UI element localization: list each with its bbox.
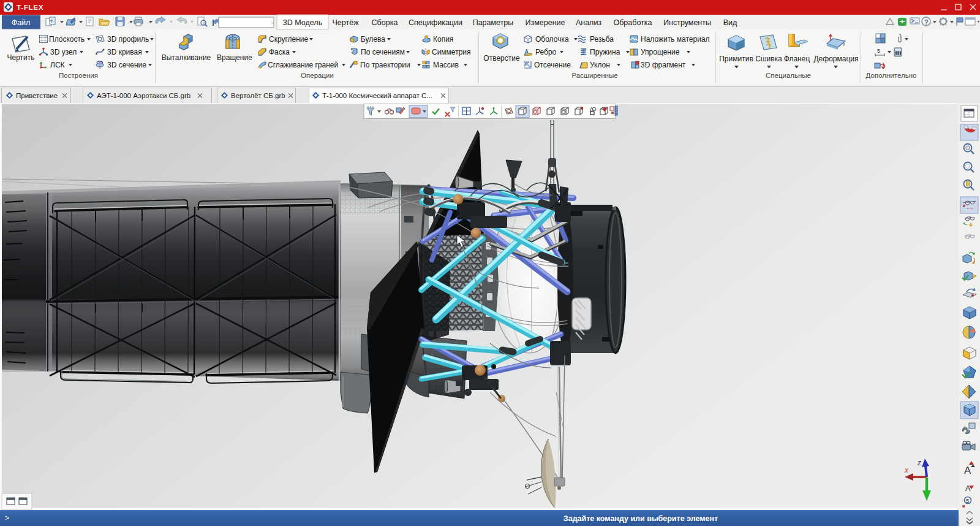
svg-text:A: A — [965, 484, 971, 493]
svg-text:Упрощение: Упрощение — [641, 48, 680, 56]
svg-text:Отверстие: Отверстие — [483, 54, 520, 63]
svg-text:Вид: Вид — [723, 18, 737, 27]
svg-text:x: x — [904, 466, 909, 475]
svg-text:Оболочка: Оболочка — [535, 35, 569, 44]
svg-text:Сшивка: Сшивка — [755, 55, 782, 63]
svg-text:Анализ: Анализ — [576, 18, 601, 27]
svg-text:Ребро: Ребро — [535, 48, 557, 56]
svg-text:Инструменты: Инструменты — [663, 18, 711, 27]
svg-text:Вертолёт СБ.grb: Вертолёт СБ.grb — [231, 92, 285, 99]
svg-text:Обработка: Обработка — [613, 18, 652, 27]
svg-text:>: > — [5, 514, 9, 522]
svg-text:По траектории: По траектории — [360, 61, 410, 69]
svg-text:3D узел: 3D узел — [50, 48, 77, 56]
svg-text:Массив: Массив — [433, 61, 459, 69]
svg-text:Измерение: Измерение — [525, 18, 565, 27]
svg-text:Дополнительно: Дополнительно — [866, 72, 917, 79]
svg-text:5: 5 — [877, 48, 880, 54]
svg-text:Вращение: Вращение — [217, 53, 252, 62]
svg-text:Фаска: Фаска — [269, 48, 290, 56]
svg-text:3D кривая: 3D кривая — [107, 48, 142, 56]
svg-text:По сечениям: По сечениям — [361, 48, 405, 56]
svg-text:Выталкивание: Выталкивание — [162, 53, 211, 62]
svg-text:3D профиль: 3D профиль — [107, 35, 149, 44]
svg-text:Параметры: Параметры — [473, 18, 514, 27]
svg-text:Отсечение: Отсечение — [534, 61, 571, 69]
svg-text:Фланец: Фланец — [784, 55, 810, 63]
svg-text:Построения: Построения — [59, 72, 98, 79]
svg-text:z: z — [917, 459, 921, 467]
svg-text:Сборка: Сборка — [372, 18, 398, 27]
svg-text:Спецификации: Спецификации — [409, 18, 462, 27]
svg-text:Булева: Булева — [361, 35, 385, 44]
svg-text:ЛСК: ЛСК — [50, 61, 65, 69]
svg-text:5: 5 — [966, 498, 969, 504]
svg-text:3D фрагмент: 3D фрагмент — [641, 61, 686, 69]
svg-text:Расширенные: Расширенные — [571, 72, 617, 79]
svg-text:Наложить материал: Наложить материал — [641, 35, 710, 44]
svg-text:3D Модель: 3D Модель — [283, 18, 322, 27]
svg-text:?: ? — [924, 18, 929, 26]
svg-text:A: A — [964, 465, 971, 476]
svg-text:Плоскость: Плоскость — [49, 35, 85, 44]
svg-text:Чертить: Чертить — [7, 53, 34, 62]
svg-text:÷: ÷ — [271, 20, 274, 26]
svg-text:Операции: Операции — [301, 72, 334, 79]
svg-text:Примитив: Примитив — [719, 55, 753, 63]
svg-text:Копия: Копия — [433, 35, 453, 44]
svg-text:Специальные: Специальные — [766, 72, 811, 79]
svg-text:Приветствие: Приветствие — [16, 92, 58, 99]
svg-text:Пружина: Пружина — [590, 48, 620, 56]
svg-text:Резьба: Резьба — [590, 35, 614, 44]
svg-text:Чертёж: Чертёж — [333, 18, 360, 27]
svg-text:Сглаживание граней: Сглаживание граней — [268, 61, 338, 69]
svg-text:Т-1-000 Космический аппарат С.: Т-1-000 Космический аппарат С... — [322, 92, 432, 99]
svg-text:Скругление: Скругление — [269, 35, 309, 44]
svg-text:T-FLEX: T-FLEX — [17, 3, 43, 12]
svg-text:Симметрия: Симметрия — [432, 48, 471, 56]
svg-text:АЭТ-1-000 Аэротакси СБ.grb: АЭТ-1-000 Аэротакси СБ.grb — [97, 92, 190, 99]
svg-text:Задайте команду или выберите э: Задайте команду или выберите элемент — [564, 514, 718, 523]
svg-text:3D сечение: 3D сечение — [107, 61, 146, 69]
svg-text:Деформация: Деформация — [813, 55, 858, 63]
svg-text:Файл: Файл — [12, 18, 31, 27]
svg-text:Уклон: Уклон — [590, 61, 610, 69]
